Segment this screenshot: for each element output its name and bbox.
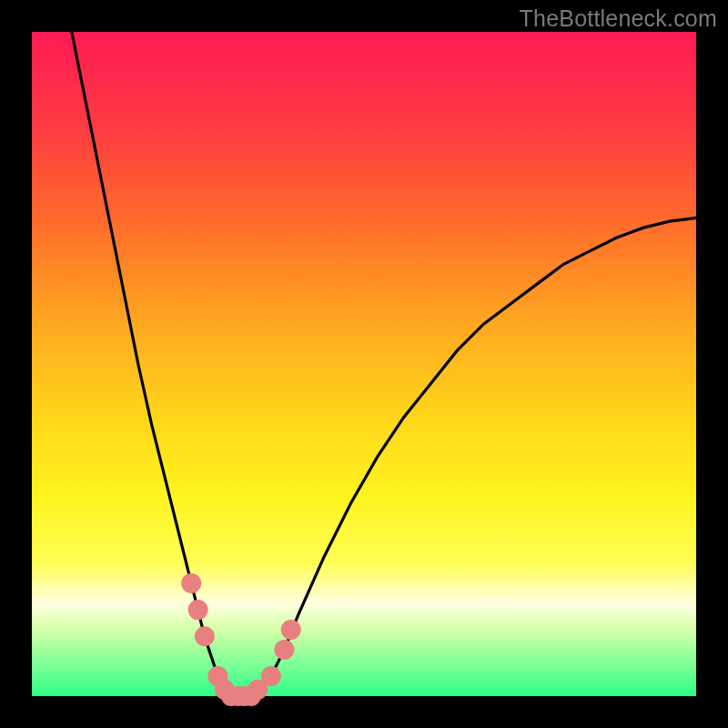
bottleneck-curve — [72, 32, 696, 696]
chart-frame: TheBottleneck.com — [0, 0, 728, 728]
data-marker — [188, 600, 208, 620]
data-marker — [181, 573, 201, 593]
watermark-text: TheBottleneck.com — [520, 5, 717, 32]
marker-group — [181, 573, 301, 706]
data-marker — [274, 640, 294, 660]
data-marker — [195, 626, 215, 646]
plot-area — [32, 32, 696, 696]
chart-svg — [32, 32, 696, 696]
data-marker — [261, 666, 281, 686]
data-marker — [281, 620, 301, 640]
